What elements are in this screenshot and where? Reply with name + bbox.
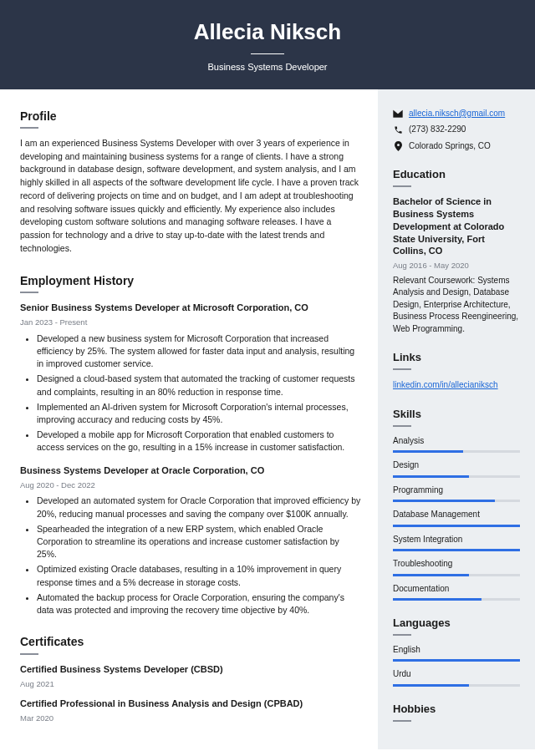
job-bullet: Developed a mobile app for Microsoft Cor… (37, 429, 361, 454)
contact-email[interactable]: allecia.niksch@gmail.com (409, 108, 505, 120)
language-name: Urdu (393, 668, 520, 681)
profile-heading: Profile (20, 108, 361, 124)
skill-fill (393, 598, 482, 601)
language: English (393, 644, 520, 662)
contact-location-row: Colorado Springs, CO (393, 140, 520, 153)
email-icon (393, 109, 403, 118)
languages-section: Languages EnglishUrdu (393, 616, 520, 687)
skill-bar (393, 450, 520, 453)
header: Allecia Niksch Business Systems Develope… (0, 0, 535, 89)
hobbies-heading: Hobbies (393, 702, 520, 718)
job-title: Senior Business Systems Developer at Mic… (20, 302, 361, 315)
contact-email-row: allecia.niksch@gmail.com (393, 108, 520, 120)
education-text: Relevant Coursework: Systems Analysis an… (393, 275, 520, 336)
certificate-date: Mar 2020 (20, 713, 361, 724)
education-heading: Education (393, 167, 520, 183)
languages-heading: Languages (393, 616, 520, 632)
job-title: Business Systems Developer at Oracle Cor… (20, 464, 361, 478)
links-section: Links linkedin.com/in/allecianiksch (393, 350, 520, 391)
employment-section: Employment History Senior Business Syste… (20, 272, 361, 617)
section-rule (20, 127, 38, 129)
job: Business Systems Developer at Oracle Cor… (20, 464, 361, 617)
job-bullets: Developed a new business system for Micr… (20, 332, 361, 454)
contact-section: allecia.niksch@gmail.com (273) 832-2290 … (393, 108, 520, 153)
skill-bar (393, 525, 520, 527)
section-rule (393, 368, 411, 370)
language: Urdu (393, 668, 520, 687)
education-section: Education Bachelor of Science in Busines… (393, 167, 520, 335)
link-item[interactable]: linkedin.com/in/allecianiksch (393, 380, 498, 389)
skill-name: Analysis (393, 435, 520, 448)
skill: Programming (393, 485, 520, 503)
profile-section: Profile I am an experienced Business Sys… (20, 108, 361, 256)
skill-name: Design (393, 459, 520, 472)
job: Senior Business Systems Developer at Mic… (20, 302, 361, 454)
skill-name: Troubleshooting (393, 558, 520, 571)
job-bullet: Designed a cloud-based system that autom… (37, 373, 361, 398)
skills-heading: Skills (393, 407, 520, 423)
language-fill (393, 659, 520, 662)
section-rule (393, 720, 411, 722)
skill: Troubleshooting (393, 558, 520, 576)
education-degree: Bachelor of Science in Business Systems … (393, 195, 520, 257)
job-dates: Aug 2020 - Dec 2022 (20, 479, 361, 491)
person-name: Allecia Niksch (0, 17, 535, 48)
skill-name: Database Management (393, 509, 520, 521)
job-bullet: Developed a new business system for Micr… (37, 332, 361, 371)
skill-name: Programming (393, 485, 520, 497)
header-underline (251, 53, 284, 54)
job-bullet: Optimized existing Oracle databases, res… (37, 563, 361, 588)
skill-bar (393, 598, 520, 601)
skill-fill (393, 450, 463, 453)
skill-fill (393, 549, 520, 551)
profile-text: I am an experienced Business Systems Dev… (20, 137, 361, 256)
skill: Documentation (393, 583, 520, 601)
employment-heading: Employment History (20, 272, 361, 289)
section-rule (393, 425, 411, 427)
skill-bar (393, 475, 520, 478)
contact-location: Colorado Springs, CO (409, 140, 491, 153)
skill: System Integration (393, 534, 520, 552)
skill-fill (393, 475, 469, 478)
skill-fill (393, 525, 520, 527)
language-name: English (393, 644, 520, 657)
phone-icon (393, 125, 403, 134)
job-dates: Jan 2023 - Present (20, 317, 361, 328)
skill-fill (393, 574, 469, 576)
skill: Analysis (393, 435, 520, 454)
certificates-section: Certificates Certified Business Systems … (20, 633, 361, 724)
job-bullets: Developed an automated system for Oracle… (20, 495, 361, 616)
hobbies-section: Hobbies (393, 702, 520, 722)
links-heading: Links (393, 350, 520, 366)
body: Profile I am an experienced Business Sys… (0, 89, 535, 749)
skills-section: Skills AnalysisDesignProgrammingDatabase… (393, 407, 520, 601)
section-rule (393, 634, 411, 636)
skill: Database Management (393, 509, 520, 527)
location-icon (393, 141, 403, 151)
contact-phone: (273) 832-2290 (409, 124, 466, 136)
job-bullet: Spearheaded the integration of a new ERP… (37, 523, 361, 561)
certificate-title: Certified Business Systems Developer (CB… (20, 663, 361, 677)
skill: Design (393, 459, 520, 478)
person-title: Business Systems Developer (0, 61, 535, 74)
language-bar (393, 659, 520, 662)
language-bar (393, 684, 520, 687)
language-fill (393, 684, 469, 687)
sidebar: allecia.niksch@gmail.com (273) 832-2290 … (378, 89, 535, 749)
main-column: Profile I am an experienced Business Sys… (0, 89, 378, 749)
contact-phone-row: (273) 832-2290 (393, 124, 520, 136)
certificates-heading: Certificates (20, 633, 361, 650)
skill-name: System Integration (393, 534, 520, 546)
section-rule (393, 185, 411, 187)
job-bullet: Developed an automated system for Oracle… (37, 495, 361, 520)
skill-bar (393, 549, 520, 551)
certificate-title: Certified Professional in Business Analy… (20, 698, 361, 711)
job-bullet: Automated the backup process for Oracle … (37, 591, 361, 616)
skill-bar (393, 574, 520, 576)
skill-name: Documentation (393, 583, 520, 596)
skill-fill (393, 500, 495, 502)
education-dates: Aug 2016 - May 2020 (393, 260, 520, 271)
section-rule (20, 292, 38, 293)
skill-bar (393, 500, 520, 502)
job-bullet: Implemented an AI-driven system for Micr… (37, 401, 361, 426)
